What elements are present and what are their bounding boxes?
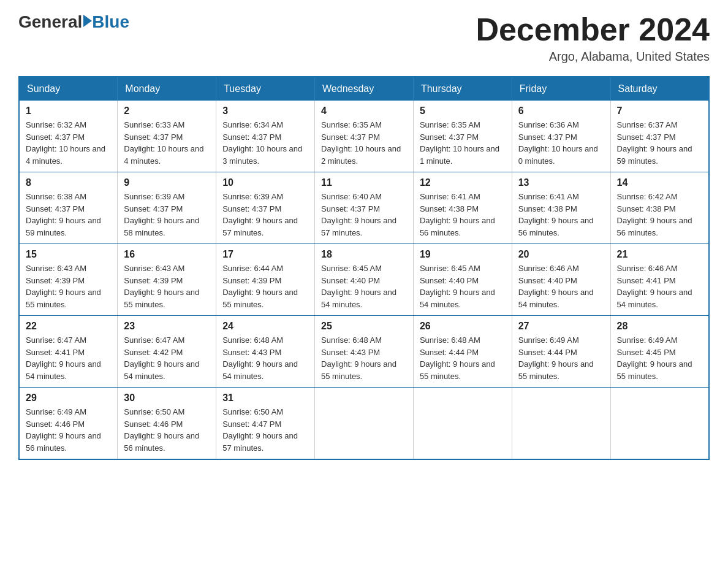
- table-cell: 10 Sunrise: 6:39 AM Sunset: 4:37 PM Dayl…: [216, 172, 315, 244]
- table-cell: 21 Sunrise: 6:46 AM Sunset: 4:41 PM Dayl…: [610, 244, 709, 316]
- day-info: Sunrise: 6:45 AM Sunset: 4:40 PM Dayligh…: [420, 262, 506, 310]
- day-number: 26: [420, 321, 506, 332]
- col-monday: Monday: [118, 77, 216, 101]
- day-number: 16: [124, 249, 210, 260]
- day-info: Sunrise: 6:36 AM Sunset: 4:37 PM Dayligh…: [518, 119, 604, 167]
- logo-blue-text: Blue: [92, 12, 129, 32]
- day-info: Sunrise: 6:32 AM Sunset: 4:37 PM Dayligh…: [26, 119, 111, 167]
- table-cell: 16 Sunrise: 6:43 AM Sunset: 4:39 PM Dayl…: [118, 244, 216, 316]
- col-thursday: Thursday: [413, 77, 512, 101]
- table-cell: 13 Sunrise: 6:41 AM Sunset: 4:38 PM Dayl…: [512, 172, 610, 244]
- table-cell: 29 Sunrise: 6:49 AM Sunset: 4:46 PM Dayl…: [19, 388, 118, 460]
- day-number: 17: [222, 249, 308, 260]
- day-number: 11: [321, 177, 407, 188]
- day-number: 6: [518, 105, 604, 117]
- col-saturday: Saturday: [610, 77, 709, 101]
- logo-triangle-icon: [83, 15, 92, 27]
- calendar-week-3: 15 Sunrise: 6:43 AM Sunset: 4:39 PM Dayl…: [19, 244, 709, 316]
- calendar-week-4: 22 Sunrise: 6:47 AM Sunset: 4:41 PM Dayl…: [19, 316, 709, 388]
- day-number: 9: [124, 177, 210, 188]
- table-cell: 18 Sunrise: 6:45 AM Sunset: 4:40 PM Dayl…: [315, 244, 414, 316]
- day-number: 21: [617, 249, 702, 260]
- table-cell: 6 Sunrise: 6:36 AM Sunset: 4:37 PM Dayli…: [512, 101, 610, 172]
- day-info: Sunrise: 6:48 AM Sunset: 4:43 PM Dayligh…: [222, 334, 308, 382]
- day-info: Sunrise: 6:37 AM Sunset: 4:37 PM Dayligh…: [617, 119, 702, 167]
- table-cell: [413, 388, 512, 460]
- day-info: Sunrise: 6:38 AM Sunset: 4:37 PM Dayligh…: [26, 191, 111, 239]
- day-info: Sunrise: 6:41 AM Sunset: 4:38 PM Dayligh…: [518, 191, 604, 239]
- day-info: Sunrise: 6:40 AM Sunset: 4:37 PM Dayligh…: [321, 191, 407, 239]
- day-info: Sunrise: 6:39 AM Sunset: 4:37 PM Dayligh…: [222, 191, 308, 239]
- day-info: Sunrise: 6:49 AM Sunset: 4:44 PM Dayligh…: [518, 334, 604, 382]
- day-number: 31: [222, 393, 308, 404]
- day-info: Sunrise: 6:45 AM Sunset: 4:40 PM Dayligh…: [321, 262, 407, 310]
- day-number: 29: [26, 393, 111, 404]
- col-wednesday: Wednesday: [315, 77, 414, 101]
- day-number: 8: [26, 177, 111, 188]
- day-number: 13: [518, 177, 604, 188]
- calendar-week-5: 29 Sunrise: 6:49 AM Sunset: 4:46 PM Dayl…: [19, 388, 709, 460]
- table-cell: 24 Sunrise: 6:48 AM Sunset: 4:43 PM Dayl…: [216, 316, 315, 388]
- title-section: December 2024 Argo, Alabama, United Stat…: [476, 12, 710, 64]
- table-cell: 22 Sunrise: 6:47 AM Sunset: 4:41 PM Dayl…: [19, 316, 118, 388]
- table-cell: [315, 388, 414, 460]
- day-number: 15: [26, 249, 111, 260]
- month-title: December 2024: [476, 12, 710, 47]
- table-cell: 25 Sunrise: 6:48 AM Sunset: 4:43 PM Dayl…: [315, 316, 414, 388]
- day-number: 19: [420, 249, 506, 260]
- day-number: 27: [518, 321, 604, 332]
- table-cell: 11 Sunrise: 6:40 AM Sunset: 4:37 PM Dayl…: [315, 172, 414, 244]
- day-info: Sunrise: 6:50 AM Sunset: 4:46 PM Dayligh…: [124, 406, 210, 454]
- col-sunday: Sunday: [19, 77, 118, 101]
- day-number: 10: [222, 177, 308, 188]
- day-info: Sunrise: 6:48 AM Sunset: 4:44 PM Dayligh…: [420, 334, 506, 382]
- day-number: 12: [420, 177, 506, 188]
- day-info: Sunrise: 6:33 AM Sunset: 4:37 PM Dayligh…: [124, 119, 210, 167]
- logo-general-text: General: [18, 12, 82, 32]
- table-cell: [512, 388, 610, 460]
- day-info: Sunrise: 6:43 AM Sunset: 4:39 PM Dayligh…: [124, 262, 210, 310]
- col-tuesday: Tuesday: [216, 77, 315, 101]
- table-cell: 17 Sunrise: 6:44 AM Sunset: 4:39 PM Dayl…: [216, 244, 315, 316]
- day-info: Sunrise: 6:43 AM Sunset: 4:39 PM Dayligh…: [26, 262, 111, 310]
- day-info: Sunrise: 6:48 AM Sunset: 4:43 PM Dayligh…: [321, 334, 407, 382]
- table-cell: 20 Sunrise: 6:46 AM Sunset: 4:40 PM Dayl…: [512, 244, 610, 316]
- table-cell: 5 Sunrise: 6:35 AM Sunset: 4:37 PM Dayli…: [413, 101, 512, 172]
- day-info: Sunrise: 6:49 AM Sunset: 4:45 PM Dayligh…: [617, 334, 702, 382]
- table-cell: 1 Sunrise: 6:32 AM Sunset: 4:37 PM Dayli…: [19, 101, 118, 172]
- table-cell: 4 Sunrise: 6:35 AM Sunset: 4:37 PM Dayli…: [315, 101, 414, 172]
- day-info: Sunrise: 6:39 AM Sunset: 4:37 PM Dayligh…: [124, 191, 210, 239]
- day-number: 28: [617, 321, 702, 332]
- table-cell: 3 Sunrise: 6:34 AM Sunset: 4:37 PM Dayli…: [216, 101, 315, 172]
- table-cell: 26 Sunrise: 6:48 AM Sunset: 4:44 PM Dayl…: [413, 316, 512, 388]
- day-number: 22: [26, 321, 111, 332]
- day-number: 1: [26, 105, 111, 117]
- day-number: 3: [222, 105, 308, 117]
- day-number: 23: [124, 321, 210, 332]
- table-cell: 7 Sunrise: 6:37 AM Sunset: 4:37 PM Dayli…: [610, 101, 709, 172]
- day-info: Sunrise: 6:46 AM Sunset: 4:41 PM Dayligh…: [617, 262, 702, 310]
- calendar-week-1: 1 Sunrise: 6:32 AM Sunset: 4:37 PM Dayli…: [19, 101, 709, 172]
- day-info: Sunrise: 6:34 AM Sunset: 4:37 PM Dayligh…: [222, 119, 308, 167]
- day-info: Sunrise: 6:46 AM Sunset: 4:40 PM Dayligh…: [518, 262, 604, 310]
- table-cell: [610, 388, 709, 460]
- day-info: Sunrise: 6:42 AM Sunset: 4:38 PM Dayligh…: [617, 191, 702, 239]
- logo-text: General Blue: [18, 12, 129, 32]
- day-info: Sunrise: 6:35 AM Sunset: 4:37 PM Dayligh…: [321, 119, 407, 167]
- table-cell: 28 Sunrise: 6:49 AM Sunset: 4:45 PM Dayl…: [610, 316, 709, 388]
- table-cell: 12 Sunrise: 6:41 AM Sunset: 4:38 PM Dayl…: [413, 172, 512, 244]
- table-cell: 31 Sunrise: 6:50 AM Sunset: 4:47 PM Dayl…: [216, 388, 315, 460]
- day-info: Sunrise: 6:44 AM Sunset: 4:39 PM Dayligh…: [222, 262, 308, 310]
- day-number: 4: [321, 105, 407, 117]
- day-number: 14: [617, 177, 702, 188]
- col-friday: Friday: [512, 77, 610, 101]
- table-cell: 23 Sunrise: 6:47 AM Sunset: 4:42 PM Dayl…: [118, 316, 216, 388]
- day-number: 18: [321, 249, 407, 260]
- calendar-header-row: Sunday Monday Tuesday Wednesday Thursday…: [19, 77, 709, 101]
- table-cell: 8 Sunrise: 6:38 AM Sunset: 4:37 PM Dayli…: [19, 172, 118, 244]
- location-text: Argo, Alabama, United States: [476, 50, 710, 64]
- day-info: Sunrise: 6:50 AM Sunset: 4:47 PM Dayligh…: [222, 406, 308, 454]
- calendar-table: Sunday Monday Tuesday Wednesday Thursday…: [18, 76, 710, 460]
- day-info: Sunrise: 6:47 AM Sunset: 4:42 PM Dayligh…: [124, 334, 210, 382]
- day-number: 30: [124, 393, 210, 404]
